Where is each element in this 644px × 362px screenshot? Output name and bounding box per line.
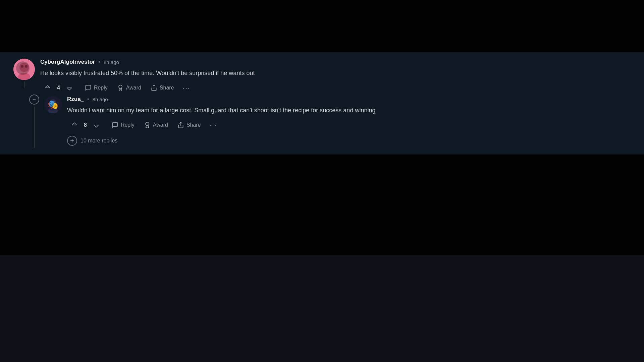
dot-separator-rzua: • bbox=[87, 96, 89, 102]
vote-section-cyborg: 4 bbox=[40, 82, 77, 93]
more-button-cyborg[interactable]: ··· bbox=[179, 83, 194, 93]
username-rzua: Rzua_ bbox=[67, 96, 84, 103]
avatar-cyborg-svg bbox=[13, 59, 35, 80]
svg-point-11 bbox=[54, 101, 55, 103]
svg-rect-12 bbox=[50, 106, 56, 111]
share-icon-cyborg bbox=[151, 84, 157, 91]
vote-count-cyborg: 4 bbox=[57, 85, 60, 91]
collapse-button[interactable]: − bbox=[29, 95, 39, 105]
avatar-cyborg bbox=[13, 59, 35, 80]
top-comment: CyborgAlgoInvestor • 8h ago He looks vis… bbox=[13, 59, 634, 93]
more-replies-icon: + bbox=[70, 137, 74, 144]
vote-section-rzua: 8 bbox=[67, 120, 104, 130]
downvote-button-cyborg[interactable] bbox=[62, 82, 77, 93]
svg-point-1 bbox=[19, 63, 29, 72]
reply-icon-rzua bbox=[112, 122, 118, 128]
left-connector: − bbox=[24, 93, 44, 148]
share-button-rzua[interactable]: Share bbox=[173, 120, 205, 130]
comment-text-rzua: Wouldn't want him on my team for a large… bbox=[67, 106, 436, 115]
downvote-button-rzua[interactable] bbox=[89, 120, 104, 130]
svg-point-10 bbox=[51, 101, 53, 103]
svg-point-8 bbox=[50, 99, 56, 106]
upvote-button-cyborg[interactable] bbox=[40, 82, 55, 93]
content-area: CyborgAlgoInvestor • 8h ago He looks vis… bbox=[0, 52, 644, 155]
action-bar-cyborg: 4 Reply bbox=[40, 82, 634, 93]
action-bar-rzua: 8 Reply bbox=[67, 120, 634, 130]
award-button-rzua[interactable]: Award bbox=[140, 120, 172, 130]
more-replies-row: + 10 more replies bbox=[67, 134, 634, 148]
top-black-bar bbox=[0, 0, 644, 52]
reply-icon-cyborg bbox=[85, 84, 92, 91]
more-button-rzua[interactable]: ··· bbox=[206, 120, 221, 130]
replies-section: − bbox=[24, 93, 634, 148]
connector-line bbox=[34, 107, 35, 148]
award-button-cyborg[interactable]: Award bbox=[113, 82, 145, 93]
comment-header-cyborg: CyborgAlgoInvestor • 8h ago bbox=[40, 59, 634, 65]
svg-point-3 bbox=[21, 65, 23, 68]
share-label-cyborg: Share bbox=[160, 85, 174, 91]
comment-text-cyborg: He looks visibly frustrated 50% of the t… bbox=[40, 69, 409, 78]
downvote-icon-cyborg bbox=[66, 84, 73, 91]
more-replies-label: 10 more replies bbox=[80, 138, 117, 144]
upvote-icon-rzua bbox=[71, 122, 78, 128]
downvote-icon-rzua bbox=[93, 122, 100, 128]
thread-line-cyborg bbox=[24, 81, 24, 88]
more-replies-button[interactable]: + bbox=[67, 136, 77, 146]
award-label-rzua: Award bbox=[153, 122, 168, 128]
reply-label-cyborg: Reply bbox=[94, 85, 108, 91]
upvote-icon-cyborg bbox=[44, 84, 51, 91]
reply-button-rzua[interactable]: Reply bbox=[108, 120, 139, 130]
reply-comment-rzua: Rzua_ • 8h ago Wouldn't want him on my t… bbox=[44, 96, 634, 148]
comment-thread: CyborgAlgoInvestor • 8h ago He looks vis… bbox=[13, 59, 634, 148]
share-button-cyborg[interactable]: Share bbox=[147, 82, 178, 93]
username-cyborg: CyborgAlgoInvestor bbox=[40, 59, 95, 65]
reply-button-cyborg[interactable]: Reply bbox=[81, 82, 112, 93]
award-icon-rzua bbox=[144, 122, 151, 128]
dot-separator-cyborg: • bbox=[98, 59, 100, 65]
reply-label-rzua: Reply bbox=[121, 122, 135, 128]
collapse-icon: − bbox=[33, 97, 36, 103]
share-label-rzua: Share bbox=[186, 122, 201, 128]
award-label-cyborg: Award bbox=[126, 85, 141, 91]
bottom-black-bar bbox=[0, 155, 644, 255]
comment-body-rzua: Rzua_ • 8h ago Wouldn't want him on my t… bbox=[67, 96, 634, 148]
svg-point-4 bbox=[25, 65, 28, 68]
comment-header-rzua: Rzua_ • 8h ago bbox=[67, 96, 634, 103]
upvote-button-rzua[interactable] bbox=[67, 120, 82, 130]
share-icon-rzua bbox=[177, 122, 184, 128]
award-icon-cyborg bbox=[117, 84, 124, 91]
timestamp-rzua: 8h ago bbox=[93, 97, 108, 102]
timestamp-cyborg: 8h ago bbox=[104, 59, 119, 65]
comment-body-cyborg: CyborgAlgoInvestor • 8h ago He looks vis… bbox=[40, 59, 634, 93]
avatar-wrapper-cyborg bbox=[13, 59, 35, 88]
avatar-rzua-svg bbox=[44, 96, 62, 113]
reply-content: Rzua_ • 8h ago Wouldn't want him on my t… bbox=[44, 93, 634, 148]
vote-count-rzua: 8 bbox=[84, 122, 87, 128]
avatar-rzua bbox=[44, 96, 62, 113]
